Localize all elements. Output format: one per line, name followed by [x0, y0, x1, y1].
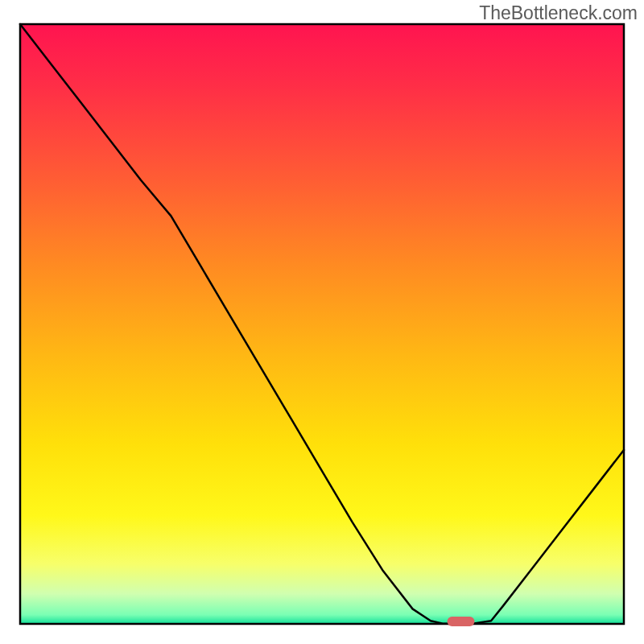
- chart-container: { "watermark": "TheBottleneck.com", "cha…: [0, 0, 644, 644]
- gradient-background: [20, 24, 624, 624]
- bottleneck-chart: [0, 0, 644, 644]
- optimal-marker: [448, 617, 475, 626]
